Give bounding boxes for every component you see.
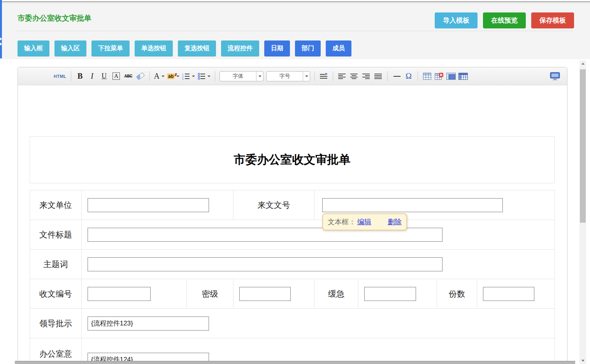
special-char-button[interactable]: Ω: [404, 70, 413, 82]
leader-note-input[interactable]: [88, 317, 209, 331]
align-left-button[interactable]: [337, 70, 347, 82]
horizontal-rule-button[interactable]: —: [392, 70, 401, 82]
combo-arrow[interactable]: [303, 72, 310, 81]
subject-input[interactable]: [88, 257, 442, 271]
bold-button[interactable]: B: [76, 70, 85, 82]
toolbar-separator: [387, 71, 388, 81]
align-justify-icon: [374, 73, 382, 79]
add-date-button[interactable]: 日期: [264, 40, 290, 56]
font-format-button[interactable]: A: [112, 70, 121, 82]
underline-button[interactable]: U: [100, 70, 109, 82]
vertical-scrollbar[interactable]: [579, 60, 586, 364]
control-palette: 输入框 输入区 下拉菜单 单选按钮 复选按钮 流程控件 日期 部门 成员: [18, 40, 351, 56]
incoming-unit-input[interactable]: [88, 198, 209, 212]
editor-toolbar: HTML B I U A ABC A ab✎ 1 2 3: [18, 67, 567, 85]
add-department-button[interactable]: 部门: [295, 40, 321, 56]
add-flow-control-button[interactable]: 流程控件: [221, 40, 259, 56]
left-edge-mark: [0, 43, 2, 45]
label-doc-title: 文件标题: [30, 220, 82, 250]
scroll-down-button[interactable]: [579, 357, 586, 364]
table-cell-props-button[interactable]: [446, 70, 456, 82]
ordered-list-button[interactable]: 1 2 3: [182, 70, 195, 82]
table-cell-icon: [446, 73, 456, 80]
align-left-icon: [338, 73, 346, 79]
document-title-box: 市委办公室收文审批单: [30, 136, 555, 183]
indent-button[interactable]: [319, 70, 328, 82]
toolbar-separator: [71, 71, 71, 81]
incoming-no-input[interactable]: [322, 198, 503, 212]
align-right-icon: [362, 73, 370, 79]
tooltip-label: 文本框：: [328, 217, 356, 227]
label-subject: 主题词: [30, 250, 82, 279]
highlight-color-button[interactable]: ab✎: [167, 70, 179, 82]
delete-field-link[interactable]: 删除: [388, 217, 402, 227]
arrow-up-icon: [581, 63, 585, 65]
boxed-a-icon: A: [112, 72, 120, 80]
toolbar-separator: [418, 71, 418, 81]
chevron-down-icon: [162, 76, 165, 77]
svg-text:3: 3: [182, 78, 184, 80]
fullscreen-button[interactable]: [550, 70, 560, 82]
edit-field-link[interactable]: 编辑: [357, 217, 371, 227]
table-row: 来文单位 来文文号: [30, 190, 555, 220]
table-row: 文件标题: [30, 220, 555, 250]
insert-table-button[interactable]: [422, 70, 432, 82]
unordered-list-button[interactable]: [198, 70, 211, 82]
approval-form-table: 来文单位 来文文号 文件标题 主题词 收文编号 密级 缓急 份数: [30, 190, 555, 364]
align-justify-button[interactable]: [374, 70, 383, 82]
font-color-button[interactable]: A: [154, 70, 165, 82]
receipt-no-input[interactable]: [88, 287, 151, 301]
bottom-gray-bar: [15, 361, 575, 364]
editor-canvas[interactable]: 市委办公室收文审批单 来文单位 来文文号 文件标题 主题词 收文编: [18, 136, 567, 364]
font-size-select[interactable]: 字号: [266, 71, 310, 81]
online-preview-button[interactable]: 在线预览: [483, 12, 526, 28]
import-template-button[interactable]: 导入模板: [435, 12, 478, 28]
add-textarea-button[interactable]: 输入区: [54, 40, 86, 56]
toolbar-separator: [149, 71, 150, 81]
view-source-button[interactable]: HTML: [54, 70, 67, 82]
label-office-opinion: 办公室意见: [30, 338, 82, 364]
strikethrough-button[interactable]: ABC: [124, 70, 133, 82]
align-center-icon: [350, 73, 358, 79]
chevron-down-icon: [192, 76, 195, 77]
page-title: 市委办公室收文审批单: [18, 13, 91, 23]
italic-button[interactable]: I: [88, 70, 97, 82]
font-color-icon: A: [154, 72, 160, 81]
table-row: 收文编号 密级 缓急 份数: [30, 279, 555, 309]
table-row: 主题词: [30, 250, 555, 279]
add-member-button[interactable]: 成员: [326, 40, 351, 56]
table-icon: [423, 73, 431, 80]
left-edge-mark: [0, 38, 2, 40]
font-family-select[interactable]: 字体: [219, 71, 263, 81]
toolbar-separator: [333, 71, 333, 81]
field-tooltip: 文本框： 编辑 删除: [322, 213, 407, 230]
urgency-input[interactable]: [364, 287, 416, 301]
add-dropdown-button[interactable]: 下拉菜单: [91, 40, 130, 56]
table-row: 领导批示: [30, 309, 555, 338]
highlight-icon: ab✎: [167, 74, 174, 79]
add-checkbox-button[interactable]: 复选按钮: [178, 40, 216, 56]
scroll-up-button[interactable]: [579, 60, 586, 67]
label-copies: 份数: [437, 279, 477, 309]
page-header: 市委办公室收文审批单 导入模板 在线预览 保存模板 输入框 输入区 下拉菜单 单…: [0, 3, 590, 59]
arrow-down-icon: [581, 360, 585, 362]
remove-format-button[interactable]: [136, 70, 145, 82]
unordered-list-icon: [198, 73, 205, 80]
secrecy-input[interactable]: [239, 287, 291, 301]
ordered-list-icon: 1 2 3: [182, 73, 190, 80]
save-template-button[interactable]: 保存模板: [531, 12, 574, 28]
combo-arrow[interactable]: [256, 72, 263, 81]
delete-table-button[interactable]: [434, 70, 444, 82]
rich-text-editor: HTML B I U A ABC A ab✎ 1 2 3: [18, 67, 567, 364]
add-radio-button[interactable]: 单选按钮: [135, 40, 173, 56]
add-input-box-button[interactable]: 输入框: [18, 40, 49, 56]
scrollbar-thumb[interactable]: [580, 69, 586, 223]
align-center-button[interactable]: [349, 70, 359, 82]
header-actions: 导入模板 在线预览 保存模板: [435, 12, 574, 28]
header-divider: [18, 31, 572, 31]
left-edge-accent: [0, 0, 2, 58]
align-right-button[interactable]: [362, 70, 371, 82]
table-props-button[interactable]: [458, 70, 468, 82]
copies-input[interactable]: [483, 287, 534, 301]
document-title: 市委办公室收文审批单: [234, 152, 351, 168]
